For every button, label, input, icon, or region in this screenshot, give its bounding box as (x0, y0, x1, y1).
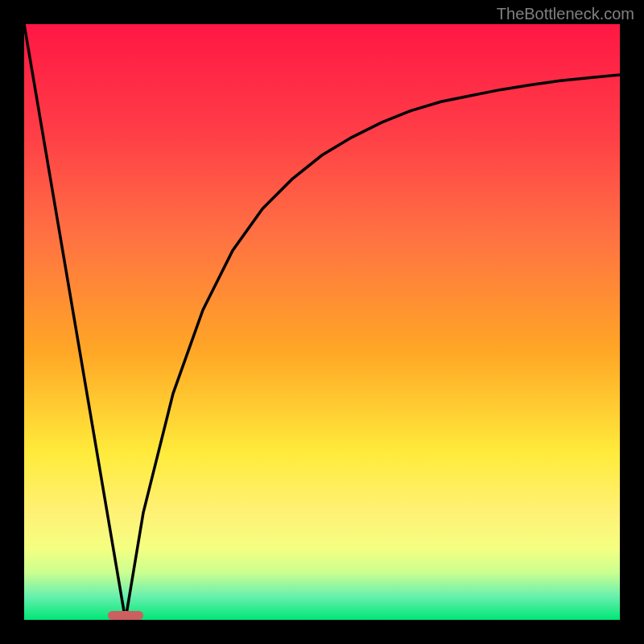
plot-area (24, 24, 620, 620)
curve-left-segment (24, 24, 126, 620)
curve-right-segment (126, 75, 620, 620)
bottleneck-curve (24, 24, 620, 620)
minimum-marker (108, 611, 143, 620)
watermark-text: TheBottleneck.com (497, 5, 634, 23)
chart-container: TheBottleneck.com (0, 0, 644, 644)
